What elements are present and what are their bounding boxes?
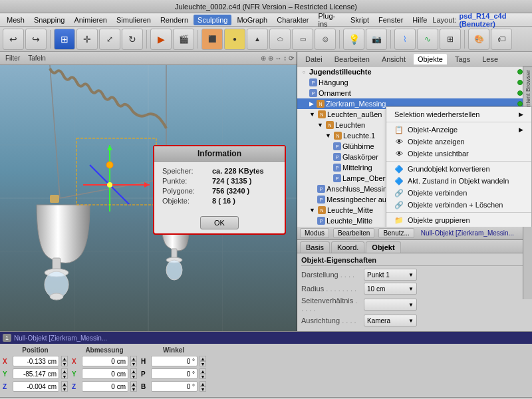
modus-btn[interactable]: Modus — [300, 228, 329, 238]
seiten-dropdown[interactable]: ▼ — [364, 299, 417, 311]
toolbar-array[interactable]: ⊞ — [440, 29, 461, 50]
x-pos-down[interactable]: ▼ — [61, 361, 68, 366]
toolbar-render[interactable]: ▶ — [150, 29, 172, 50]
benutzer-btn[interactable]: Benutz... — [378, 228, 414, 238]
tab-tags[interactable]: Tags — [451, 54, 474, 65]
menu-mograph[interactable]: MoGraph — [233, 15, 271, 25]
y-pos-up[interactable]: ▲ — [61, 368, 68, 374]
p-down[interactable]: ▼ — [200, 374, 206, 379]
ctx-grundobjekt[interactable]: 🔷 Grundobjekt konvertieren — [386, 163, 531, 175]
abmessung-title: Abmessung — [72, 346, 137, 354]
ausricht-dropdown[interactable]: Kamera ▼ — [364, 315, 417, 327]
tab-koord[interactable]: Koord. — [331, 241, 364, 253]
y-abm-down[interactable]: ▼ — [130, 374, 137, 379]
b-field[interactable]: 0 ° — [151, 381, 198, 392]
z-pos-field[interactable]: -0.004 cm — [13, 381, 59, 392]
menu-charakter[interactable]: Charakter — [273, 15, 313, 25]
toolbar-material[interactable]: 🎨 — [468, 29, 489, 50]
vp-tafeln-btn[interactable]: Tafeln — [25, 54, 49, 63]
tab-objekte[interactable]: Objekte — [414, 54, 447, 65]
3d-scene[interactable]: Information Speicher: ca. 228 KBytes Pun… — [0, 65, 297, 331]
tab-basis[interactable]: Basis — [300, 241, 330, 253]
h-down[interactable]: ▼ — [200, 361, 206, 366]
list-item[interactable]: P Ornament — [297, 88, 532, 98]
z-abm-field[interactable]: 0 cm — [82, 381, 128, 392]
ok-button[interactable]: OK — [200, 216, 239, 229]
menu-skript[interactable]: Skript — [346, 15, 373, 25]
ctx-objekte-anzeigen[interactable]: 👁 Objekte anzeigen — [386, 136, 531, 148]
y-abm-field[interactable]: 0 cm — [82, 368, 128, 379]
vp-filter-btn[interactable]: Filter — [3, 54, 23, 63]
menu-mesh[interactable]: Mesh — [3, 15, 29, 25]
x-pos-field[interactable]: -0.133 cm — [13, 356, 59, 366]
ctx-zustand-objekt[interactable]: 🔷 Akt. Zustand in Objekt wandeln — [386, 175, 531, 187]
y-abm-up[interactable]: ▲ — [130, 368, 137, 374]
toolbar-render2[interactable]: 🎬 — [173, 29, 194, 50]
toolbar-cone[interactable]: ▲ — [247, 29, 268, 50]
toolbar-nurbs[interactable]: ∿ — [417, 29, 438, 50]
toolbar-camera[interactable]: 📷 — [366, 29, 387, 50]
ctx-objekte-unsichtbar[interactable]: 👁 Objekte unsichtbar — [386, 148, 531, 160]
obj-item-name: Zierkram_Messing — [326, 100, 386, 108]
toolbar-undo[interactable]: ↩ — [3, 29, 24, 50]
toolbar-move[interactable]: ✛ — [76, 29, 98, 50]
radius-dropdown[interactable]: 10 cm ▼ — [364, 283, 417, 295]
toolbar-plane[interactable]: ▭ — [292, 29, 313, 50]
b-up[interactable]: ▲ — [200, 381, 206, 386]
toolbar-rotate[interactable]: ↻ — [122, 29, 143, 50]
bearbeiten-btn[interactable]: Bearbeiten — [333, 228, 374, 238]
toolbar-sphere[interactable]: ● — [224, 29, 245, 50]
ctx-aufloesen[interactable]: 📂 Objektgruppe auflösen — [386, 226, 531, 227]
tab-datei[interactable]: Datei — [301, 54, 327, 65]
prop-ausricht-row: Ausrichtung . . . . Kamera ▼ — [301, 315, 528, 327]
toolbar-cylinder[interactable]: ⬭ — [269, 29, 291, 50]
y-abm-label: Y — [72, 370, 80, 378]
darstellung-dropdown[interactable]: Punkt 1 ▼ — [364, 269, 417, 281]
toolbar-scale[interactable]: ⤢ — [99, 29, 120, 50]
b-down[interactable]: ▼ — [200, 386, 206, 392]
h-field[interactable]: 0 ° — [151, 356, 198, 366]
ctx-verbinden[interactable]: 🔗 Objekte verbinden — [386, 187, 531, 199]
menu-hilfe[interactable]: Hilfe — [408, 15, 431, 25]
obj-item-name: Glaskörper — [342, 153, 378, 161]
tab-objekt[interactable]: Objekt — [366, 241, 400, 253]
toolbar-torus[interactable]: ◎ — [315, 29, 336, 50]
toolbar-tag[interactable]: 🏷 — [491, 29, 512, 50]
menu-simulieren[interactable]: Simulieren — [112, 15, 155, 25]
tab-bearbeiten[interactable]: Bearbeiten — [331, 54, 374, 65]
menu-rendern[interactable]: Rendern — [156, 15, 192, 25]
tab-lese[interactable]: Lese — [478, 54, 502, 65]
menu-fenster[interactable]: Fenster — [374, 15, 407, 25]
ctx-gruppieren[interactable]: 📁 Objekte gruppieren — [386, 214, 531, 226]
z-abm-down[interactable]: ▼ — [130, 386, 137, 392]
ctx-selektion[interactable]: Selektion wiederherstellen ▶ — [386, 108, 531, 120]
menu-animieren[interactable]: Animieren — [70, 15, 111, 25]
p-up[interactable]: ▲ — [200, 368, 206, 374]
menu-plugins[interactable]: Plug-ins — [315, 11, 345, 29]
h-up[interactable]: ▲ — [200, 356, 206, 361]
x-pos-up[interactable]: ▲ — [61, 356, 68, 361]
toolbar-redo[interactable]: ↪ — [25, 29, 47, 50]
x-abm-field[interactable]: 0 cm — [82, 356, 128, 366]
toolbar-deform[interactable]: ⌇ — [394, 29, 416, 50]
toolbar-cube[interactable]: ⬛ — [201, 29, 223, 50]
ctx-verbinden-loeschen[interactable]: 🔗 Objekte verbinden + Löschen — [386, 199, 531, 211]
list-item[interactable]: ○ Jugendstilleuchte — [297, 66, 532, 77]
p-field[interactable]: 0 ° — [151, 368, 198, 379]
x-abm-up[interactable]: ▲ — [130, 356, 137, 361]
menu-snapping[interactable]: Snapping — [30, 15, 69, 25]
ctx-objekt-anzeige[interactable]: 📋 Objekt-Anzeige ▶ — [386, 124, 531, 136]
toolbar-select[interactable]: ⊞ — [54, 29, 75, 50]
null-icon: N — [317, 100, 325, 108]
z-abm-up[interactable]: ▲ — [130, 381, 137, 386]
tab-ansicht[interactable]: Ansicht — [378, 54, 410, 65]
list-item[interactable]: P Hängung — [297, 77, 532, 88]
y-pos-down[interactable]: ▼ — [61, 374, 68, 379]
gizmo[interactable] — [76, 138, 156, 211]
menu-sculpting[interactable]: Sculpting — [194, 15, 231, 25]
x-abm-down[interactable]: ▼ — [130, 361, 137, 366]
z-pos-up[interactable]: ▲ — [61, 381, 68, 386]
y-pos-field[interactable]: -85.147 cm — [13, 368, 59, 379]
z-pos-down[interactable]: ▼ — [61, 386, 68, 392]
toolbar-light[interactable]: 💡 — [343, 29, 364, 50]
